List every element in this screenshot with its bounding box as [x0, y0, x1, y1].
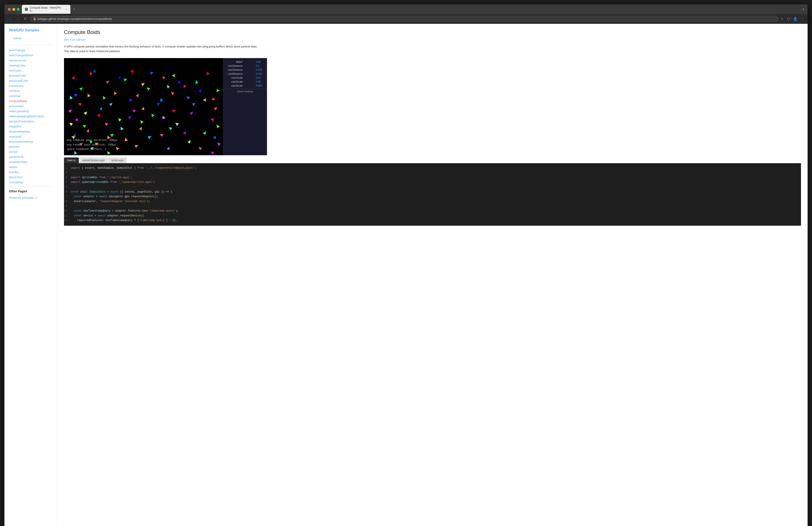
title-bar: Compute Boids - WebGPU S... ✕ + ▾	[4, 4, 808, 14]
address-bar-row: ← → ↻ 🔒 webgpu.github.io/webgpu-samples/…	[4, 14, 808, 24]
code-tab-main-ts[interactable]: main.ts	[64, 157, 79, 163]
tab-bar: Compute Boids - WebGPU S... ✕ +	[22, 5, 800, 14]
close-controls-button[interactable]: Close Controls	[223, 88, 267, 94]
sidebar-github-section: Github	[4, 36, 57, 43]
sidebar-item-particles[interactable]: particles	[4, 144, 57, 149]
address-bar[interactable]: 🔒 webgpu.github.io/webgpu-samples/sample…	[30, 16, 779, 22]
sidebar-item-cornell[interactable]: cornell	[4, 149, 57, 154]
dropdown-icon[interactable]: ▾	[803, 8, 804, 11]
minimize-window-button[interactable]	[12, 8, 15, 11]
demo-area: avg compute pass duration: 886µs avg ren…	[64, 58, 801, 155]
traffic-lights	[8, 8, 20, 11]
sidebar-other-pages-title: Other Pages	[4, 189, 57, 195]
sidebar-item-gameOfLife[interactable]: gameOfLife	[4, 154, 57, 159]
sidebar-item-imageBlur[interactable]: imageBlur	[4, 124, 57, 129]
reload-button[interactable]: ↻	[23, 16, 28, 22]
code-line-12: 12 requiredFeatures: hasTimestampQuery ?…	[64, 218, 801, 223]
browser-outer: Compute Boids - WebGPU S... ✕ + ▾ ← → ↻ …	[0, 0, 812, 526]
code-line-11: 11 const device = await adapter.requestD…	[64, 214, 801, 218]
sidebar-item-A-buffer[interactable]: A-buffer	[4, 170, 57, 175]
control-row-rule1Distance: rule1Distance 0.1	[223, 64, 267, 68]
code-line-4: 4 import updateSpritesWGSL from './updat…	[64, 180, 801, 185]
stats-overlay: avg compute pass duration: 886µs avg ren…	[67, 138, 117, 152]
sidebar-item-twoCubes[interactable]: twoCubes	[4, 68, 57, 73]
code-tab-sprite[interactable]: sprite.wgsl	[108, 157, 127, 163]
sidebar-item-texturedCube[interactable]: texturedCube	[4, 73, 57, 78]
code-content-10: const hasTimestampQuery = adapter.featur…	[71, 209, 179, 214]
rule3Scale-label: rule3Scale	[225, 84, 243, 87]
maximize-window-button[interactable]	[17, 8, 20, 11]
sidebar-item-videoUploadingWebCodecs[interactable]: videoUploadingWebCodecs	[4, 114, 57, 119]
code-line-2: 2	[64, 170, 801, 175]
toolbar-icons: ☆ ⬡ 👤 ⋮	[781, 17, 804, 21]
toolbar-right: ▾	[803, 8, 804, 11]
line-num-5: 5	[64, 185, 71, 190]
tab-favicon	[25, 8, 28, 11]
github-link[interactable]: See it on Github!	[64, 38, 801, 41]
sidebar-item-resizeCanvas[interactable]: resizeCanvas	[4, 58, 57, 63]
forward-button[interactable]: →	[15, 16, 21, 22]
control-row-deltaT: deltaT 0.04	[223, 60, 267, 64]
rule1Scale-value[interactable]: 0.02	[256, 76, 265, 79]
description: A GPU compute particle simulation that m…	[64, 44, 263, 54]
profile-icon[interactable]: 👤	[793, 17, 797, 21]
sidebar-item-computeBoids[interactable]: computeBoids	[4, 99, 57, 103]
line-num-8: 8	[64, 199, 71, 204]
sidebar-item-renderBundles[interactable]: renderBundles	[4, 159, 57, 165]
sidebar-divider	[9, 45, 53, 45]
rule2Scale-value[interactable]: 0.05	[256, 80, 265, 83]
sidebar-item-bitonicSort[interactable]: bitonicSort	[4, 175, 57, 180]
back-button[interactable]: ←	[8, 16, 13, 22]
bookmark-icon[interactable]: ☆	[781, 17, 784, 21]
controls-panel: deltaT 0.04 rule1Distance 0.1 rule2Dista…	[223, 58, 267, 155]
menu-icon[interactable]: ⋮	[800, 17, 804, 21]
lock-icon: 🔒	[33, 17, 36, 20]
sidebar-item-fractalCube[interactable]: fractalCube	[4, 83, 57, 88]
control-row-rule3Scale: rule3Scale 0.005	[223, 84, 267, 88]
sidebar-item-deferredRendering[interactable]: deferredRendering	[4, 139, 57, 144]
line-num-10: 10	[64, 209, 71, 214]
code-line-7: 7 const adapter = await navigator.gpu.re…	[64, 194, 801, 199]
new-tab-button[interactable]: +	[71, 6, 77, 12]
sidebar-item-instancedCube[interactable]: instancedCube	[4, 78, 57, 83]
sidebar-item-cubemap[interactable]: cubemap	[4, 94, 57, 99]
page-title: Compute Boids	[64, 29, 801, 35]
control-row-rule1Scale: rule1Scale 0.02	[223, 76, 267, 80]
sidebar-github-link[interactable]: Github	[9, 36, 53, 41]
sidebar-item-helloTriangle[interactable]: helloTriangle	[4, 48, 57, 53]
sidebar-item-cameras[interactable]: cameras	[4, 88, 57, 94]
sidebar: WebGPU Samples Github helloTriangle hell…	[4, 24, 57, 526]
rule3Distance-value[interactable]: 0.025	[256, 72, 265, 75]
code-tab-updateSprites[interactable]: updateSprites.wgsl	[79, 157, 108, 163]
line-num-11: 11	[64, 214, 71, 218]
tab-label: Compute Boids - WebGPU S...	[30, 6, 63, 12]
sidebar-item-samplerParameters[interactable]: samplerParameters	[4, 119, 57, 124]
rule1Distance-value[interactable]: 0.1	[256, 65, 265, 67]
main-content: Compute Boids See it on Github! A GPU co…	[57, 24, 808, 526]
sidebar-item-helloTriangleMSAA[interactable]: helloTriangleMSAA	[4, 53, 57, 58]
line-num-2: 2	[64, 170, 71, 175]
control-row-rule2Distance: rule2Distance 0.025	[223, 68, 267, 72]
deltaT-value[interactable]: 0.04	[256, 60, 265, 63]
line-num-4: 4	[64, 180, 71, 185]
rule3Scale-value[interactable]: 0.005	[256, 84, 265, 87]
sidebar-item-rotatingCube[interactable]: rotatingCube	[4, 63, 57, 68]
code-content-6: const init: SampleInit = async ({ canvas…	[71, 190, 172, 195]
active-tab[interactable]: Compute Boids - WebGPU S... ✕	[22, 5, 70, 14]
sidebar-item-worker[interactable]: worker	[4, 165, 57, 170]
sidebar-item-normalMap[interactable]: normalMap	[4, 180, 57, 185]
close-window-button[interactable]	[8, 8, 11, 11]
sidebar-item-videoUploading[interactable]: videoUploading	[4, 109, 57, 114]
tab-close-button[interactable]: ✕	[65, 8, 67, 11]
sidebar-title[interactable]: WebGPU Samples	[4, 28, 57, 36]
line-num-7: 7	[64, 194, 71, 199]
rule2Distance-value[interactable]: 0.025	[256, 69, 265, 71]
sidebar-item-reversedZ[interactable]: reversedZ	[4, 134, 57, 139]
sidebar-item-shadowMapping[interactable]: shadowMapping	[4, 129, 57, 134]
sidebar-workload-simulator-link[interactable]: Workload Simulator ↗	[4, 195, 57, 200]
line-num-9: 9	[64, 204, 71, 209]
url-text: webgpu.github.io/webgpu-samples/samples/…	[38, 17, 112, 20]
spare-readback-stat: spare readback buffers: 2	[67, 147, 117, 152]
extensions-icon[interactable]: ⬡	[787, 17, 790, 21]
sidebar-item-animometer[interactable]: animometer	[4, 103, 57, 109]
